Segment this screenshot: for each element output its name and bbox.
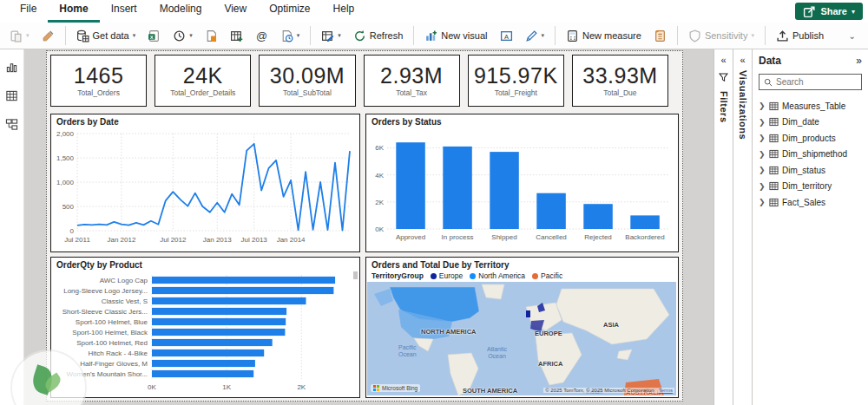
search-input[interactable] (776, 77, 857, 87)
territory-map-visual[interactable]: Orders and Total Due by Territory Territ… (365, 257, 679, 398)
visual-title: OrderQty by Product (51, 258, 359, 270)
recent-sources-button[interactable]: ▾ (276, 27, 305, 45)
kpi-value: 33.93M (582, 64, 657, 87)
menu-item-optimize[interactable]: Optimize (258, 0, 321, 23)
visualizations-panel-label[interactable]: Visualizations (738, 70, 748, 140)
orders-by-date-visual[interactable]: Orders by Date 05001,0001,5002,000Jul 20… (50, 114, 360, 252)
share-caret-icon: ▾ (852, 8, 855, 16)
format-painter-button[interactable] (37, 27, 59, 45)
refresh-button[interactable]: Refresh (349, 27, 408, 45)
expand-visualizations-button[interactable]: « (740, 55, 745, 65)
orderqty-by-product-visual[interactable]: OrderQty by Product 0K1K2KAWC Logo CapLo… (50, 257, 360, 398)
menu-item-file[interactable]: File (9, 0, 48, 23)
product-bar[interactable] (152, 287, 333, 294)
product-bar[interactable] (152, 277, 335, 284)
svg-text:Classic Vest, S: Classic Vest, S (102, 297, 148, 305)
product-bar[interactable] (152, 339, 273, 346)
kpi-card-total_subtotal[interactable]: 30.09MTotal_SubTotal (259, 55, 355, 107)
status-bar[interactable] (583, 204, 613, 229)
orders-by-status-visual[interactable]: Orders by Status 0K2K4K6KApprovedIn proc… (365, 114, 679, 252)
transform-data-button[interactable]: ▾ (317, 27, 345, 45)
excel-workbook-button[interactable]: X (143, 27, 165, 45)
field-name: Dim_date (782, 117, 819, 127)
get-data-button[interactable]: Get data▾ (72, 27, 141, 45)
chevron-right-icon[interactable]: ❯ (759, 150, 766, 159)
field-item-dim_date[interactable]: ❯Dim_date (759, 114, 862, 131)
kpi-card-total_freight[interactable]: 915.97KTotal_Freight (468, 55, 564, 107)
field-list: ❯Measures_Table❯Dim_date❯Dim_products❯Di… (759, 98, 862, 211)
field-name: Dim_products (782, 134, 836, 143)
status-bar[interactable] (630, 215, 660, 229)
field-item-dim_territory[interactable]: ❯Dim_territory (759, 179, 862, 195)
field-name: Measures_Table (782, 101, 845, 111)
filters-panel-label[interactable]: Filters (719, 91, 729, 123)
report-page[interactable]: 1465Total_Orders24KTotal_Order_Details30… (46, 50, 683, 402)
svg-text:Jan 2012: Jan 2012 (107, 236, 135, 244)
product-bar[interactable] (152, 360, 255, 367)
status-bar[interactable] (396, 142, 425, 229)
chevron-right-icon[interactable]: ❯ (759, 101, 766, 110)
menu-item-home[interactable]: Home (48, 0, 99, 23)
chevron-right-icon[interactable]: ❯ (759, 134, 766, 142)
world-map-graphic (367, 282, 676, 395)
svg-text:Approved: Approved (396, 233, 425, 241)
collapse-data-panel-button[interactable]: » (856, 55, 862, 67)
new-measure-button[interactable]: New measure (562, 27, 646, 45)
model-view-button[interactable] (3, 115, 21, 133)
field-item-dim_status[interactable]: ❯Dim_status (759, 162, 862, 179)
dataverse-button[interactable]: @ (251, 27, 273, 45)
chevron-right-icon[interactable]: ❯ (759, 118, 766, 127)
kpi-value: 30.09M (270, 64, 345, 87)
field-item-dim_products[interactable]: ❯Dim_products (759, 130, 862, 147)
product-bar[interactable] (152, 349, 264, 356)
kpi-value: 2.93M (380, 64, 443, 87)
new-visual-button[interactable]: New visual (420, 27, 491, 45)
chevron-right-icon[interactable]: ❯ (759, 166, 766, 174)
kpi-card-total_orders[interactable]: 1465Total_Orders (50, 55, 147, 107)
svg-text:0K: 0K (375, 225, 384, 233)
legend-item-pacific[interactable]: Pacific (532, 271, 562, 280)
menu-item-modeling[interactable]: Modeling (148, 0, 214, 23)
kpi-card-total_order_details[interactable]: 24KTotal_Order_Details (155, 55, 251, 107)
menu-item-insert[interactable]: Insert (100, 0, 148, 23)
sql-server-button[interactable] (201, 27, 222, 45)
collapse-ribbon-button[interactable]: ⌄ (842, 29, 863, 42)
product-bar[interactable] (152, 329, 285, 336)
kpi-card-row: 1465Total_Orders24KTotal_Order_Details30… (50, 55, 668, 107)
legend-item-europe[interactable]: Europe (431, 271, 463, 280)
publish-icon (776, 29, 789, 42)
product-bar[interactable] (152, 370, 253, 377)
chevron-right-icon[interactable]: ❯ (759, 182, 766, 191)
sensitivity-button[interactable]: Sensitivity▾ (684, 27, 759, 45)
product-bar[interactable] (152, 308, 286, 315)
paste-button[interactable]: ▾ (5, 27, 34, 45)
kpi-label: Total_SubTotal (283, 88, 332, 97)
chart-scrollbar-thumb[interactable] (353, 271, 358, 279)
data-view-button[interactable] (3, 87, 21, 104)
status-bar[interactable] (490, 152, 519, 229)
more-visuals-button[interactable]: ▾ (521, 27, 549, 45)
status-bar[interactable] (536, 193, 566, 229)
field-item-dim_shipmethod[interactable]: ❯Dim_shipmethod (759, 147, 862, 163)
quick-measure-button[interactable] (649, 27, 671, 45)
expand-filters-button[interactable]: « (720, 55, 726, 65)
chevron-right-icon[interactable]: ❯ (759, 198, 766, 206)
menu-item-view[interactable]: View (213, 0, 258, 23)
terms-link[interactable]: Terms (659, 388, 673, 393)
enter-data-button[interactable] (226, 27, 247, 45)
menu-item-help[interactable]: Help (322, 0, 366, 23)
share-button[interactable]: Share ▾ (795, 3, 863, 20)
legend-item-north-america[interactable]: North America (470, 271, 525, 280)
bing-map[interactable]: NORTH AMERICA EUROPE ASIA AFRICA SOUTH A… (367, 282, 676, 395)
product-bar[interactable] (152, 297, 306, 304)
onelake-data-hub-button[interactable]: ▾ (168, 27, 197, 45)
field-item-measures_table[interactable]: ❯Measures_Table (759, 98, 862, 114)
publish-button[interactable]: Publish (772, 27, 828, 45)
product-bar[interactable] (152, 318, 286, 325)
text-box-button[interactable]: A (496, 27, 517, 45)
status-bar[interactable] (443, 147, 472, 229)
field-item-fact_sales[interactable]: ❯Fact_Sales (759, 194, 862, 211)
kpi-card-total_due[interactable]: 33.93MTotal_Due (572, 55, 668, 107)
report-view-button[interactable] (3, 58, 21, 75)
kpi-card-total_tax[interactable]: 2.93MTotal_Tax (364, 55, 460, 107)
